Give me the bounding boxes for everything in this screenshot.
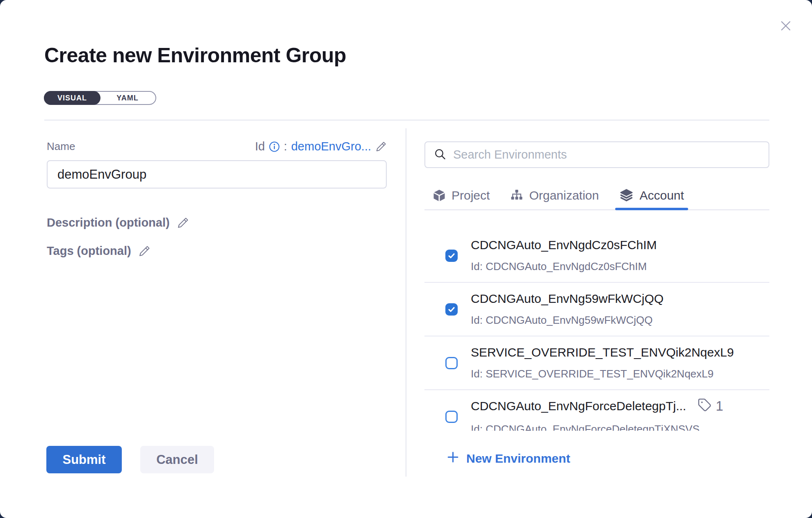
tags-row: Tags (optional): [47, 244, 151, 258]
environment-name: CDCNGAuto_EnvNg59wFkWCjQQ: [471, 292, 664, 306]
environment-id: Id: CDCNGAuto_EnvNgForceDeletegpTjXNSVS: [471, 423, 723, 431]
search-input[interactable]: [452, 148, 760, 162]
tab-label: Project: [452, 189, 490, 202]
environment-checkbox-unchecked[interactable]: [445, 411, 458, 423]
backdrop: { "modal": { "title": "Create new Enviro…: [0, 0, 812, 518]
toggle-option-visual[interactable]: VISUAL: [44, 91, 100, 105]
edit-tags-pencil-icon[interactable]: [138, 245, 151, 257]
id-separator: :: [284, 140, 287, 153]
environment-name: SERVICE_OVERRIDE_TEST_ENVQik2NqexL9: [471, 345, 734, 359]
cube-icon: [433, 189, 446, 202]
search-box: [424, 141, 769, 168]
name-row: Name Id : demoEnvGro...: [47, 140, 387, 153]
info-icon[interactable]: [269, 141, 280, 152]
description-row: Description (optional): [47, 216, 189, 229]
tab-label: Account: [639, 189, 684, 202]
layers-icon: [619, 188, 634, 202]
close-button[interactable]: [778, 18, 794, 34]
submit-button[interactable]: Submit: [46, 446, 122, 473]
edit-description-pencil-icon[interactable]: [177, 217, 189, 229]
environment-list-item[interactable]: SERVICE_OVERRIDE_TEST_ENVQik2NqexL9Id: S…: [424, 336, 769, 390]
id-value-link[interactable]: demoEnvGro...: [291, 140, 371, 153]
environment-id: Id: CDCNGAuto_EnvNgdCz0sFChIM: [471, 260, 657, 273]
environment-text: CDCNGAuto_EnvNgForceDeletegpTj...1Id: CD…: [471, 398, 723, 431]
new-environment-button[interactable]: New Environment: [447, 451, 570, 466]
environment-id: Id: SERVICE_OVERRIDE_TEST_ENVQik2NqexL9: [471, 368, 734, 380]
close-icon: [778, 29, 794, 35]
environment-name: CDCNGAuto_EnvNgForceDeletegpTj...: [471, 399, 686, 413]
environment-list: CDCNGAuto_EnvNgdCz0sFChIMId: CDCNGAuto_E…: [424, 210, 769, 431]
name-label: Name: [47, 140, 75, 153]
id-group: Id : demoEnvGro...: [255, 140, 387, 153]
tab-account[interactable]: Account: [619, 181, 684, 209]
environment-list-item[interactable]: CDCNGAuto_EnvNg59wFkWCjQQId: CDCNGAuto_E…: [424, 283, 769, 336]
environment-name: CDCNGAuto_EnvNgdCz0sFChIM: [471, 238, 657, 252]
environment-id: Id: CDCNGAuto_EnvNg59wFkWCjQQ: [471, 314, 664, 327]
name-input[interactable]: [47, 160, 387, 189]
tag-count: 1: [716, 398, 723, 414]
id-label: Id: [255, 140, 265, 153]
environment-list-item[interactable]: CDCNGAuto_EnvNgForceDeletegpTj...1Id: CD…: [424, 390, 769, 431]
page-title: Create new Environment Group: [44, 43, 346, 67]
environment-text: CDCNGAuto_EnvNgdCz0sFChIMId: CDCNGAuto_E…: [471, 238, 657, 273]
tags-count-badge: 1: [698, 398, 723, 415]
tab-label: Organization: [529, 189, 599, 202]
environment-checkbox-unchecked[interactable]: [445, 357, 458, 369]
plus-icon: [447, 451, 459, 466]
environment-text: CDCNGAuto_EnvNg59wFkWCjQQId: CDCNGAuto_E…: [471, 292, 664, 327]
edit-id-pencil-icon[interactable]: [375, 141, 387, 152]
visual-yaml-toggle: VISUAL YAML: [44, 91, 156, 105]
environment-text: SERVICE_OVERRIDE_TEST_ENVQik2NqexL9Id: S…: [471, 345, 734, 380]
create-environment-group-dialog: Create new Environment Group VISUAL YAML…: [0, 0, 812, 518]
description-label: Description (optional): [47, 216, 170, 229]
tab-project[interactable]: Project: [433, 181, 490, 209]
search-icon: [434, 148, 446, 161]
environment-checkbox-checked[interactable]: [445, 303, 458, 316]
panel-divider: [406, 128, 406, 477]
toggle-option-yaml[interactable]: YAML: [100, 92, 155, 104]
scope-tabs: ProjectOrganizationAccount: [424, 181, 769, 210]
new-environment-label: New Environment: [466, 452, 570, 466]
tags-label: Tags (optional): [47, 244, 131, 258]
header-divider: [44, 120, 769, 120]
environment-list-item[interactable]: CDCNGAuto_EnvNgdCz0sFChIMId: CDCNGAuto_E…: [424, 229, 769, 283]
tag-icon: [698, 398, 712, 415]
cancel-button[interactable]: Cancel: [140, 446, 214, 473]
org-chart-icon: [510, 189, 523, 202]
environment-checkbox-checked[interactable]: [445, 250, 458, 262]
tab-organization[interactable]: Organization: [510, 181, 599, 209]
